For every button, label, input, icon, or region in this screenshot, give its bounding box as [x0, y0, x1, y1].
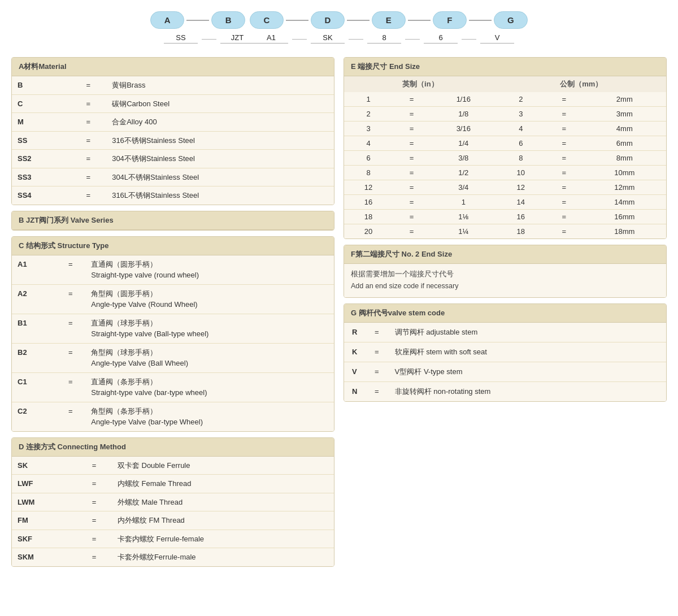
section-f-note2: Add an end size code if necessary [351, 280, 659, 292]
table-row: 4 = 1/4 6 = 6mm [344, 136, 666, 151]
row-val: 非旋转阀杆 non-rotating stem [387, 381, 666, 401]
row-key: SKM [12, 548, 76, 566]
table-row: SS2 = 304不锈钢Stainless Steel [12, 150, 334, 168]
en-num: 18 [344, 210, 393, 224]
row-val: 内外螺纹 FM Thread [112, 511, 334, 530]
sep-l3: —— [345, 34, 367, 43]
row-val: V型阀杆 V-type stem [387, 362, 666, 381]
row-val: 角型阀（球形手柄）Angle-type Valve (Ball Wheel) [85, 343, 334, 372]
mm-val: 6mm [583, 136, 666, 151]
table-row: A1 = 直通阀（圆形手柄）Straight-type valve (round… [12, 255, 334, 285]
table-row: 20 = 1¼ 18 = 18mm [344, 224, 666, 239]
section-b: B JZT阀门系列 Valve Series [11, 211, 334, 231]
row-key: FM [12, 511, 76, 530]
en-eq: = [393, 166, 431, 180]
table-row: FM = 内外螺纹 FM Thread [12, 511, 334, 530]
row-key: SS4 [12, 186, 70, 205]
mm-num: 10 [497, 166, 545, 180]
row-key: SK [12, 457, 76, 475]
row-eq: = [55, 402, 85, 431]
en-eq: = [393, 107, 431, 122]
table-row: A2 = 角型阀（圆形手柄）Angle-type Valve (Round Wh… [12, 284, 334, 314]
en-num: 6 [344, 151, 393, 166]
en-val: 3/16 [431, 122, 497, 136]
table-row: 6 = 3/8 8 = 8mm [344, 151, 666, 166]
section-b-header: B JZT阀门系列 Valve Series [12, 211, 334, 230]
section-f-note1: 根据需要增加一个端接尺寸代号 [351, 268, 659, 280]
mm-eq: = [545, 107, 583, 122]
section-e: E 端接尺寸 End Size 英制（in） 公制（mm） 1 = 1/16 2… [344, 57, 667, 239]
table-row: LWM = 外螺纹 Male Thread [12, 493, 334, 511]
section-c-table: A1 = 直通阀（圆形手柄）Straight-type valve (round… [12, 255, 334, 431]
dash-2 [286, 20, 308, 21]
mm-num: 8 [497, 151, 545, 166]
table-row: 3 = 3/16 4 = 4mm [344, 122, 666, 136]
row-key: SS [12, 131, 70, 150]
section-a-header: A材料Material [12, 58, 334, 76]
e-header-imperial: 英制（in） [344, 76, 497, 92]
mm-num: 6 [497, 136, 545, 151]
section-g-table: R = 调节阀杆 adjustable stemK = 软座阀杆 stem wi… [344, 323, 666, 401]
mm-num: 16 [497, 210, 545, 224]
en-eq: = [393, 195, 431, 210]
section-d-header: D 连接方式 Connecting Method [12, 438, 334, 457]
row-key: V [344, 362, 367, 381]
label-A: SS [164, 33, 198, 44]
dash-1 [186, 20, 209, 21]
en-val: 1 [431, 195, 497, 210]
row-key: R [344, 323, 367, 342]
en-val: 1/2 [431, 166, 497, 180]
table-row: SS4 = 316L不锈钢Stainless Steel [12, 186, 334, 205]
table-row: N = 非旋转阀杆 non-rotating stem [344, 381, 666, 401]
mm-eq: = [545, 166, 583, 180]
bubble-B: B [211, 11, 245, 29]
sep-l1: —— [198, 34, 220, 43]
section-g-body: R = 调节阀杆 adjustable stemK = 软座阀杆 stem wi… [344, 323, 666, 401]
table-row: SS3 = 304L不锈钢Stainless Steel [12, 168, 334, 186]
section-g: G 阀杆代号valve stem code R = 调节阀杆 adjustabl… [344, 303, 667, 402]
mm-val: 3mm [583, 107, 666, 122]
bubble-A: A [150, 11, 184, 29]
mm-num: 3 [497, 107, 545, 122]
en-eq: = [393, 136, 431, 151]
en-eq: = [393, 151, 431, 166]
row-eq: = [70, 168, 106, 186]
label-E: 8 [367, 33, 401, 44]
row-key: SS2 [12, 150, 70, 168]
section-c: C 结构形式 Structure Type A1 = 直通阀（圆形手柄）Stra… [11, 236, 334, 432]
table-row: C2 = 角型阀（条形手柄）Angle-type Valve (bar-type… [12, 402, 334, 431]
label-C: A1 [254, 33, 288, 44]
row-eq: = [76, 530, 112, 548]
en-num: 1 [344, 92, 393, 107]
en-val: 3/4 [431, 180, 497, 195]
row-val: 卡套内螺纹 Ferrule-female [112, 530, 334, 548]
code-bubbles-row: A B C D E F G [11, 11, 667, 29]
label-G: V [480, 33, 514, 44]
row-val: 直通阀（圆形手柄）Straight-type valve (round whee… [85, 255, 334, 285]
section-g-header: G 阀杆代号valve stem code [344, 304, 666, 323]
table-row: 8 = 1/2 10 = 10mm [344, 166, 666, 180]
row-key: SS3 [12, 168, 70, 186]
bubble-D: D [311, 11, 345, 29]
mm-val: 18mm [583, 224, 666, 239]
row-eq: = [76, 475, 112, 493]
mm-eq: = [545, 136, 583, 151]
bubble-G: G [494, 11, 528, 29]
label-F: 6 [424, 33, 458, 44]
mm-eq: = [545, 224, 583, 239]
table-row: R = 调节阀杆 adjustable stem [344, 323, 666, 342]
mm-val: 2mm [583, 92, 666, 107]
sep-l5: —— [458, 34, 480, 43]
row-eq: = [55, 314, 85, 343]
en-val: 1¼ [431, 224, 497, 239]
dash-4 [408, 20, 431, 21]
section-a-body: B = 黄铜BrassC = 碳钢Carbon SteelM = 合金Alloy… [12, 76, 334, 205]
row-val: 316不锈钢Stainless Steel [106, 131, 334, 150]
table-row: SK = 双卡套 Double Ferrule [12, 457, 334, 475]
table-row: C = 碳钢Carbon Steel [12, 94, 334, 113]
row-val: 304不锈钢Stainless Steel [106, 150, 334, 168]
bubble-C: C [250, 11, 284, 29]
table-row: B2 = 角型阀（球形手柄）Angle-type Valve (Ball Whe… [12, 343, 334, 372]
en-eq: = [393, 92, 431, 107]
row-val: 外螺纹 Male Thread [112, 493, 334, 511]
